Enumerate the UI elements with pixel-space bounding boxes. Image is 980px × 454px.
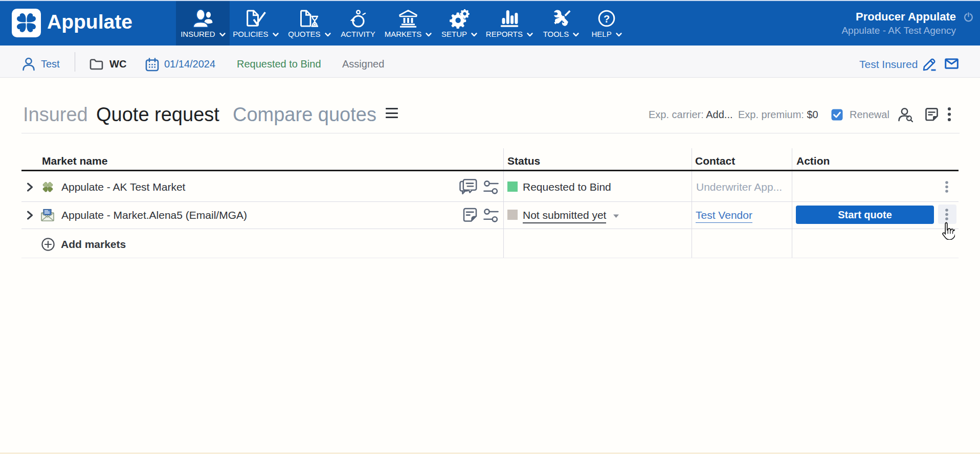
svg-text:?: ?	[604, 13, 610, 25]
